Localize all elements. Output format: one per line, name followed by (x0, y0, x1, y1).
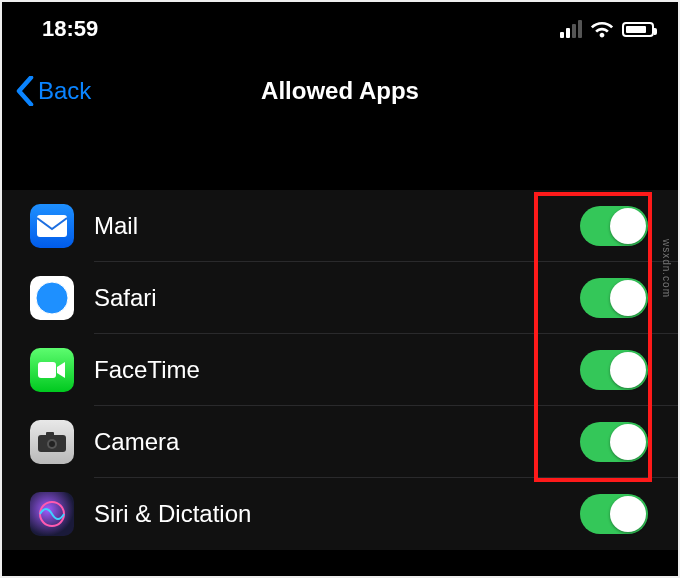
cell-signal-icon (560, 20, 582, 38)
allowed-apps-list: Mail Safari FaceTime (2, 190, 678, 550)
camera-app-icon (30, 420, 74, 464)
status-icons (560, 20, 654, 38)
app-label: Siri & Dictation (94, 500, 251, 528)
toggle-mail[interactable] (580, 206, 648, 246)
back-label: Back (38, 77, 91, 105)
back-button[interactable]: Back (16, 76, 91, 106)
svg-rect-5 (38, 362, 56, 378)
facetime-app-icon (30, 348, 74, 392)
toggle-safari[interactable] (580, 278, 648, 318)
list-item: Camera (2, 406, 678, 478)
status-bar: 18:59 (2, 2, 678, 56)
mail-app-icon (30, 204, 74, 248)
list-item: Mail (2, 190, 678, 262)
safari-app-icon (30, 276, 74, 320)
page-title: Allowed Apps (2, 77, 678, 105)
section-gap (2, 126, 678, 190)
svg-point-9 (49, 441, 55, 447)
toggle-facetime[interactable] (580, 350, 648, 390)
app-label: FaceTime (94, 356, 200, 384)
list-item: Safari (2, 262, 678, 334)
svg-rect-7 (46, 432, 54, 437)
status-time: 18:59 (42, 16, 98, 42)
chevron-left-icon (16, 76, 34, 106)
siri-app-icon (30, 492, 74, 536)
wifi-icon (590, 20, 614, 38)
toggle-camera[interactable] (580, 422, 648, 462)
app-label: Mail (94, 212, 138, 240)
toggle-siri[interactable] (580, 494, 648, 534)
list-item: Siri & Dictation (2, 478, 678, 550)
battery-icon (622, 22, 654, 37)
nav-bar: Back Allowed Apps (2, 56, 678, 126)
app-label: Camera (94, 428, 179, 456)
list-item: FaceTime (2, 334, 678, 406)
svg-rect-0 (37, 215, 67, 237)
app-label: Safari (94, 284, 157, 312)
